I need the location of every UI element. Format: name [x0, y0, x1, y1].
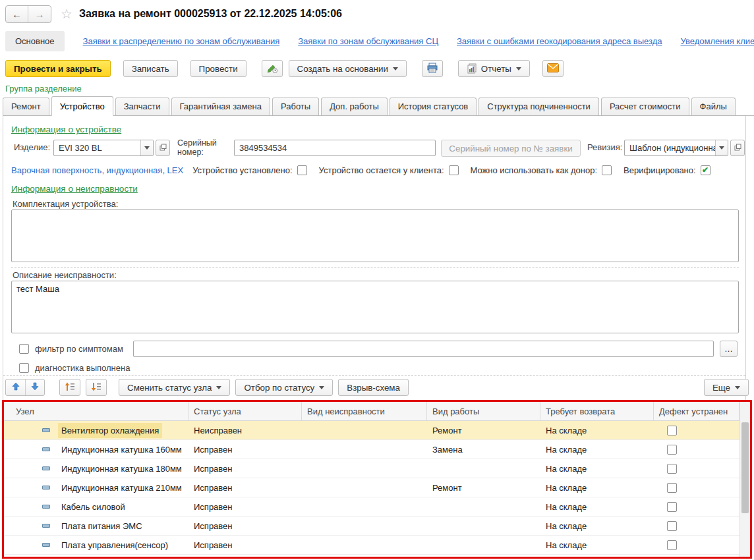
work-type-cell[interactable]: Замена [427, 440, 540, 459]
tab-1[interactable]: Ремонт [3, 98, 49, 115]
dropdown-arrow-icon[interactable] [715, 140, 728, 155]
column-header[interactable]: Статус узла [188, 402, 302, 420]
write-button[interactable]: Записать [123, 60, 178, 77]
table-row[interactable]: Вентилятор охлажденияНеисправенРемонтНа … [4, 421, 740, 440]
serial-number-input[interactable]: 3849534534 [234, 140, 436, 156]
post-and-close-button[interactable]: Провести и закрыть [5, 60, 111, 77]
fault-type-cell[interactable] [302, 421, 427, 439]
table-row[interactable]: Индукционная катушка 210ммИсправенРемонт… [4, 478, 740, 497]
node-status-cell[interactable]: Неисправен [188, 421, 302, 439]
node-cell[interactable]: Кабель силовой [4, 497, 188, 516]
table-row[interactable]: Кабель силовойИсправенНа складе [4, 497, 740, 517]
defect-fixed-cell[interactable] [654, 478, 740, 497]
more-button[interactable]: Еще [704, 379, 749, 396]
tab-5[interactable]: Работы [272, 98, 319, 115]
column-header[interactable]: Вид неисправности [302, 402, 427, 420]
product-combobox[interactable]: EVI 320 BL [53, 140, 154, 156]
nav-tab-main[interactable]: Основное [5, 31, 65, 51]
nav-link[interactable]: Заявки по зонам обслуживания СЦ [298, 36, 438, 46]
work-type-cell[interactable]: Ремонт [427, 421, 540, 439]
dropdown-arrow-icon[interactable] [140, 140, 153, 155]
device-type-link[interactable]: Варочная поверхность, индукционная, LEX [11, 165, 183, 175]
return-required-cell[interactable]: На складе [540, 459, 654, 478]
email-button[interactable] [542, 60, 564, 77]
defect-fixed-cell[interactable] [654, 421, 740, 439]
defect-fixed-cell[interactable] [654, 517, 740, 535]
filter-by-status-button[interactable]: Отбор по статусу [235, 379, 333, 396]
nav-link[interactable]: Уведомления клиентам о и [680, 36, 754, 46]
work-type-cell[interactable] [427, 517, 540, 535]
table-row[interactable]: Индукционная катушка 160ммИсправенЗамена… [4, 440, 740, 459]
defect-fixed-cell[interactable] [654, 536, 740, 554]
table-row[interactable]: Плата управления(сенсор)ИсправенНа склад… [4, 536, 740, 555]
node-status-cell[interactable]: Исправен [188, 497, 302, 516]
move-down-button[interactable] [25, 379, 44, 395]
node-cell[interactable]: Плата питания ЭМС [4, 517, 188, 535]
node-status-cell[interactable]: Исправен [188, 536, 302, 554]
symptom-filter-input[interactable] [133, 341, 714, 357]
deferred-posting-button[interactable] [262, 60, 283, 77]
tab-4[interactable]: Гарантийная замена [171, 98, 270, 115]
flag-checkbox[interactable]: ✔ [701, 165, 710, 175]
product-open-button[interactable] [156, 140, 170, 156]
fault-info-section-title[interactable]: Информация о неисправности [11, 184, 138, 194]
vertical-scrollbar[interactable] [740, 402, 750, 557]
print-button[interactable] [422, 60, 443, 77]
nav-link[interactable]: Заявки с ошибками геокодирования адреса … [457, 36, 662, 46]
defect-fixed-checkbox[interactable] [667, 464, 677, 474]
table-row[interactable]: Индукционная катушка 180ммИсправенНа скл… [4, 459, 740, 478]
defect-fixed-checkbox[interactable] [667, 521, 677, 531]
column-header[interactable]: Дефект устранен [654, 402, 740, 420]
tab-7[interactable]: История статусов [390, 98, 477, 115]
fault-type-cell[interactable] [302, 517, 427, 535]
scrollbar-thumb[interactable] [741, 422, 749, 513]
node-cell[interactable]: Вентилятор охлаждения [4, 421, 188, 439]
move-to-bottom-button[interactable] [86, 379, 107, 396]
defect-fixed-checkbox[interactable] [667, 426, 677, 435]
flag-checkbox[interactable] [602, 165, 612, 175]
work-type-cell[interactable] [427, 497, 540, 516]
node-status-cell[interactable]: Исправен [188, 517, 302, 535]
defect-fixed-cell[interactable] [654, 440, 740, 459]
return-required-cell[interactable]: На складе [540, 421, 654, 439]
defect-fixed-cell[interactable] [654, 459, 740, 478]
move-to-top-button[interactable] [59, 379, 80, 396]
tab-8[interactable]: Структура подчиненности [478, 98, 599, 115]
node-cell[interactable]: Плата управления(сенсор) [4, 536, 188, 554]
defect-fixed-checkbox[interactable] [667, 502, 677, 512]
revision-combobox[interactable]: Шаблон (индукционная [624, 140, 728, 156]
fault-type-cell[interactable] [302, 478, 427, 497]
nav-link[interactable]: Заявки к распределению по зонам обслужив… [83, 36, 280, 46]
splitter[interactable] [11, 267, 739, 267]
node-cell[interactable]: Индукционная катушка 210мм [4, 478, 188, 497]
column-header[interactable]: Узел [4, 402, 188, 420]
work-type-cell[interactable] [427, 536, 540, 554]
return-required-cell[interactable]: На складе [540, 536, 654, 554]
defect-fixed-checkbox[interactable] [667, 445, 677, 455]
return-required-cell[interactable]: На складе [540, 440, 654, 459]
defect-fixed-checkbox[interactable] [667, 540, 677, 550]
tab-9[interactable]: Расчет стоимости [601, 98, 689, 115]
diagnostics-checkbox[interactable] [19, 363, 29, 373]
column-header[interactable]: Требует возврата [540, 402, 654, 420]
defect-fixed-checkbox[interactable] [667, 483, 677, 493]
fault-type-cell[interactable] [302, 459, 427, 478]
flag-checkbox[interactable] [449, 165, 459, 175]
flag-checkbox[interactable] [297, 165, 307, 175]
table-row[interactable]: Плата питания ЭМСИсправенНа складе [4, 517, 740, 536]
work-type-cell[interactable] [427, 459, 540, 478]
tab-6[interactable]: Доп. работы [321, 98, 388, 115]
reports-button[interactable]: Отчеты [458, 60, 530, 77]
fault-description-textarea[interactable]: тест Маша [11, 281, 739, 333]
tab-10[interactable]: Файлы [691, 98, 736, 115]
completeness-textarea[interactable] [11, 210, 739, 262]
serial-by-request-button[interactable]: Серийный номер по № заявки [441, 140, 581, 157]
move-up-button[interactable] [6, 379, 25, 395]
change-node-status-button[interactable]: Сменить статус узла [119, 379, 230, 396]
tab-2[interactable]: Устройство [51, 96, 113, 116]
node-status-cell[interactable]: Исправен [188, 440, 302, 459]
column-header[interactable]: Вид работы [427, 402, 540, 420]
node-cell[interactable]: Индукционная катушка 180мм [4, 459, 188, 478]
tab-3[interactable]: Запчасти [115, 98, 169, 115]
fault-type-cell[interactable] [302, 497, 427, 516]
